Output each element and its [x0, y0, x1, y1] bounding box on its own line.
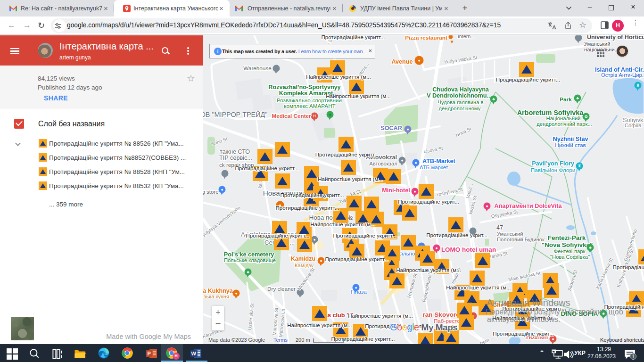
svg-text:W: W — [191, 351, 197, 356]
svg-text:P: P — [148, 351, 151, 356]
